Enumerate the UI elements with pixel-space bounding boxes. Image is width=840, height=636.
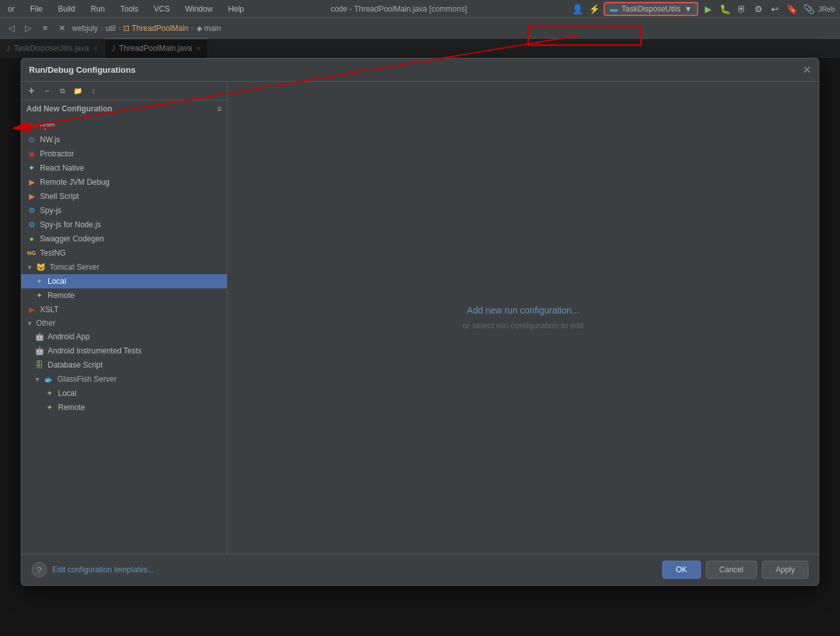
list-item-remote-jvm[interactable]: ▶ Remote JVM Debug <box>21 175 227 189</box>
footer-right: OK Cancel Apply <box>662 561 808 579</box>
list-item-npm[interactable]: npm npm <box>21 118 227 133</box>
menu-or[interactable]: or <box>5 3 17 15</box>
run-toolbar: 👤 ⚡ ▬ TaskDisposeUtils ▼ ▶ 🐛 ⛨ ⚙ ↩ 🔖 📎 J… <box>551 2 835 16</box>
cancel-button[interactable]: Cancel <box>706 561 757 579</box>
nav-forward-icon[interactable]: ▷ <box>22 22 35 35</box>
other-label: Other <box>36 319 55 328</box>
add-config-button[interactable]: + <box>25 84 38 97</box>
list-item-xslt[interactable]: ▶ XSLT <box>21 303 227 317</box>
copy-config-button[interactable]: ⧉ <box>56 84 69 97</box>
list-item-spyjs-node[interactable]: ⚙ Spy-js for Node.js <box>21 218 227 232</box>
ok-button[interactable]: OK <box>662 561 700 579</box>
toolbar-more1[interactable]: ⚙ <box>751 2 765 16</box>
remote-jvm-icon: ▶ <box>26 177 37 187</box>
dialog-close-button[interactable]: ✕ <box>803 64 811 76</box>
npm-label: npm <box>40 121 55 130</box>
toolbar-icon-2[interactable]: ⚡ <box>587 2 601 16</box>
nav-back-icon[interactable]: ◁ <box>5 22 18 35</box>
menu-help[interactable]: Help <box>225 3 247 15</box>
tomcat-local-icon: ✦ <box>34 276 44 286</box>
breadcrumb-part-2[interactable]: util <box>106 24 115 33</box>
list-item-tomcat-local[interactable]: ✦ Local <box>21 274 227 288</box>
list-item-nwjs[interactable]: ⊙ NW.js <box>21 133 227 147</box>
toolbar-more3[interactable]: 🔖 <box>785 2 799 16</box>
sort-button[interactable]: ↕ <box>87 84 100 97</box>
dialog-body: + − ⧉ 📁 ↕ Add New Configuration ≡ npm np… <box>21 82 819 554</box>
android-tests-icon: 🤖 <box>34 346 44 356</box>
left-panel: + − ⧉ 📁 ↕ Add New Configuration ≡ npm np… <box>21 82 227 554</box>
list-item-database-script[interactable]: 🗄 Database Script <box>21 358 227 372</box>
nwjs-label: NW.js <box>40 135 60 144</box>
list-item-glassfish-group[interactable]: ▼ 🐟 GlassFish Server <box>21 372 227 386</box>
apply-button[interactable]: Apply <box>762 561 808 579</box>
breadcrumb-part-4[interactable]: ◈ main <box>196 24 221 33</box>
android-app-icon: 🤖 <box>34 332 44 342</box>
testng-icon: NG <box>26 248 37 258</box>
recent-files-icon[interactable]: ≡ <box>39 22 52 35</box>
breadcrumb-part-3[interactable]: ⊡ ThreadPoolMain <box>123 24 188 33</box>
debug-button[interactable]: 🐛 <box>718 2 732 16</box>
add-config-hint[interactable]: Add new run configuration... <box>467 305 579 315</box>
list-item-swagger[interactable]: ● Swagger Codegen <box>21 232 227 246</box>
spyjs-label: Spy-js <box>40 206 61 215</box>
breadcrumb: webjuly › util › ⊡ ThreadPoolMain › ◈ ma… <box>72 24 221 33</box>
menu-vcs[interactable]: VCS <box>151 3 173 15</box>
tree-list[interactable]: npm npm ⊙ NW.js ◉ Protractor ✦ React Nat… <box>21 117 227 554</box>
list-item-shell-script[interactable]: ▶ Shell Script <box>21 189 227 203</box>
tomcat-icon: 🐱 <box>36 262 46 272</box>
list-item-protractor[interactable]: ◉ Protractor <box>21 147 227 161</box>
list-item-android-app[interactable]: 🤖 Android App <box>21 330 227 344</box>
coverage-button[interactable]: ⛨ <box>734 2 749 16</box>
list-item-tomcat-group[interactable]: ▼ 🐱 Tomcat Server <box>21 260 227 274</box>
list-item-android-tests[interactable]: 🤖 Android Instrumented Tests <box>21 344 227 358</box>
list-item-react-native[interactable]: ✦ React Native <box>21 161 227 175</box>
list-item-glassfish-remote[interactable]: ✦ Remote <box>21 400 227 415</box>
help-button[interactable]: ? <box>32 562 47 577</box>
xslt-label: XSLT <box>40 305 59 314</box>
toolbar-more4[interactable]: 📎 <box>801 2 816 16</box>
run-button[interactable]: ▶ <box>701 2 715 16</box>
menu-window[interactable]: Window <box>182 3 215 15</box>
jre-label: JReb <box>818 5 835 13</box>
list-item-tomcat-remote[interactable]: ✦ Remote <box>21 288 227 303</box>
list-item-glassfish-local[interactable]: ✦ Local <box>21 386 227 400</box>
glassfish-local-label: Local <box>58 389 77 398</box>
list-item-other-group[interactable]: ▼ Other <box>21 317 227 330</box>
shell-script-label: Shell Script <box>40 192 79 201</box>
glassfish-label: GlassFish Server <box>57 375 117 384</box>
database-script-label: Database Script <box>48 360 102 369</box>
breadcrumb-part-1[interactable]: webjuly <box>72 24 98 33</box>
swagger-icon: ● <box>26 234 37 244</box>
select-config-hint: or select run configuration to edit <box>463 321 584 330</box>
section-label: Add New Configuration <box>26 104 112 113</box>
spyjs-node-label: Spy-js for Node.js <box>40 220 101 229</box>
close-panel-icon[interactable]: ✕ <box>55 22 68 35</box>
move-to-folder-button[interactable]: 📁 <box>72 84 84 97</box>
toolbar-more2[interactable]: ↩ <box>768 2 782 16</box>
tomcat-label: Tomcat Server <box>50 263 99 272</box>
run-config-dropdown[interactable]: ▬ TaskDisposeUtils ▼ <box>604 2 698 16</box>
spyjs-node-icon: ⚙ <box>26 220 37 230</box>
menu-tools[interactable]: Tools <box>118 3 141 15</box>
xslt-icon: ▶ <box>26 304 37 315</box>
menu-file[interactable]: File <box>28 3 45 15</box>
tomcat-local-label: Local <box>48 277 66 286</box>
left-panel-toolbar: + − ⧉ 📁 ↕ <box>21 82 227 100</box>
menu-run[interactable]: Run <box>88 3 108 15</box>
remove-config-button[interactable]: − <box>41 84 53 97</box>
footer-left: ? Edit configuration templates... <box>32 562 154 577</box>
dialog-footer: ? Edit configuration templates... OK Can… <box>21 554 819 585</box>
list-item-testng[interactable]: NG TestNG <box>21 246 227 260</box>
menu-build[interactable]: Build <box>55 3 78 15</box>
npm-icon: npm <box>26 120 37 131</box>
spyjs-icon: ⚙ <box>26 205 37 216</box>
edit-templates-link[interactable]: Edit configuration templates... <box>52 565 154 574</box>
testng-label: TestNG <box>40 248 66 257</box>
list-item-spyjs[interactable]: ⚙ Spy-js <box>21 203 227 218</box>
protractor-icon: ◉ <box>26 149 37 159</box>
android-tests-label: Android Instrumented Tests <box>48 346 142 355</box>
protractor-label: Protractor <box>40 149 74 158</box>
toolbar-icon-1[interactable]: 👤 <box>570 2 584 16</box>
run-config-arrow: ▼ <box>684 5 692 14</box>
glassfish-remote-icon: ✦ <box>44 402 55 413</box>
